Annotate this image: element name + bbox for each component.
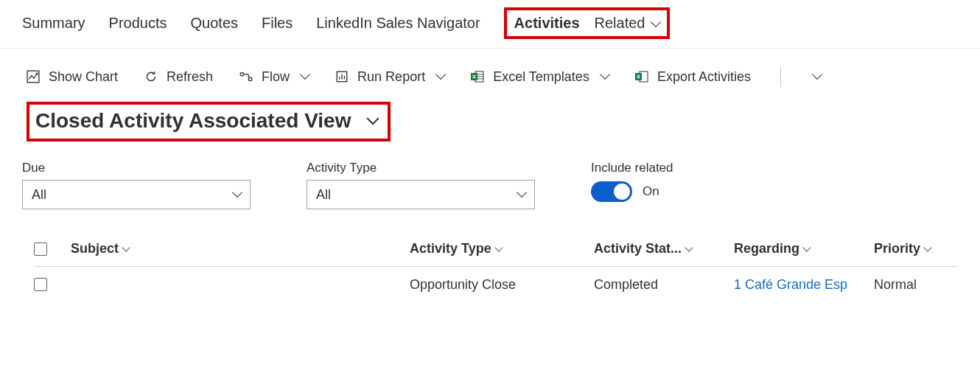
svg-point-1 xyxy=(240,72,244,76)
chevron-down-icon xyxy=(517,187,527,198)
tab-related[interactable]: Related xyxy=(595,15,660,32)
chevron-down-icon xyxy=(685,243,693,251)
chevron-down-icon xyxy=(232,187,242,198)
command-bar: Show Chart Refresh Flow xyxy=(0,49,980,94)
column-priority-label: Priority xyxy=(874,241,920,256)
tab-files[interactable]: Files xyxy=(262,15,293,32)
column-subject-label: Subject xyxy=(71,241,119,256)
due-value: All xyxy=(32,187,46,203)
activity-type-value: All xyxy=(316,187,331,203)
report-icon xyxy=(335,70,349,83)
excel-icon xyxy=(471,70,484,83)
run-report-button[interactable]: Run Report xyxy=(335,69,444,85)
command-divider xyxy=(780,66,781,87)
column-activity-status-label: Activity Stat... xyxy=(594,241,682,256)
svg-point-2 xyxy=(248,77,252,81)
select-all-checkbox[interactable] xyxy=(34,242,47,256)
tab-summary[interactable]: Summary xyxy=(22,15,85,32)
activities-grid: Subject Activity Type Activity Stat... R… xyxy=(0,217,980,302)
include-related-label: Include related xyxy=(591,161,673,175)
column-subject[interactable]: Subject xyxy=(71,241,410,256)
due-select[interactable]: All xyxy=(22,180,251,209)
show-chart-button[interactable]: Show Chart xyxy=(27,69,118,85)
chart-icon xyxy=(27,70,40,83)
cell-activity-status: Completed xyxy=(594,277,734,293)
column-regarding[interactable]: Regarding xyxy=(734,241,874,256)
highlighted-tabs-box: Activities Related xyxy=(504,7,670,39)
tab-activities[interactable]: Activities xyxy=(514,15,580,32)
chevron-down-icon xyxy=(600,69,610,80)
tab-related-label: Related xyxy=(595,15,645,31)
more-commands-button[interactable] xyxy=(811,73,821,80)
excel-templates-label: Excel Templates xyxy=(493,69,589,85)
chevron-down-icon xyxy=(651,17,661,27)
refresh-label: Refresh xyxy=(167,69,213,85)
table-row[interactable]: Opportunity Close Completed 1 Café Grand… xyxy=(34,267,958,302)
cell-activity-type: Opportunity Close xyxy=(410,277,594,293)
activity-type-label: Activity Type xyxy=(307,161,535,175)
activity-type-filter: Activity Type All xyxy=(307,161,535,209)
flow-label: Flow xyxy=(262,69,290,85)
refresh-icon xyxy=(144,70,158,83)
flow-icon xyxy=(239,70,253,83)
column-priority[interactable]: Priority xyxy=(874,241,948,256)
export-activities-button[interactable]: Export Activities xyxy=(635,69,751,85)
record-tabs: Summary Products Quotes Files LinkedIn S… xyxy=(0,0,980,49)
include-related-toggle[interactable] xyxy=(591,181,632,202)
chevron-down-icon xyxy=(802,243,811,251)
due-filter: Due All xyxy=(22,161,251,209)
tab-products[interactable]: Products xyxy=(109,15,167,32)
chevron-down-icon xyxy=(923,243,931,251)
filter-bar: Due All Activity Type All Include relate… xyxy=(0,146,980,217)
cell-regarding-link[interactable]: 1 Café Grande Esp xyxy=(734,277,874,293)
chevron-down-icon xyxy=(435,69,446,80)
row-checkbox[interactable] xyxy=(34,278,47,291)
due-label: Due xyxy=(22,161,251,175)
chevron-down-icon xyxy=(122,243,130,251)
activity-type-select[interactable]: All xyxy=(307,180,535,209)
view-selector[interactable]: Closed Activity Associated View xyxy=(27,102,391,142)
cell-priority: Normal xyxy=(874,277,948,293)
tab-quotes[interactable]: Quotes xyxy=(191,15,238,32)
chevron-down-icon xyxy=(812,69,822,80)
include-related-filter: Include related On xyxy=(591,161,673,202)
chevron-down-icon xyxy=(300,69,310,80)
include-related-state: On xyxy=(643,184,659,199)
tab-linkedin[interactable]: LinkedIn Sales Navigator xyxy=(316,15,480,32)
export-activities-label: Export Activities xyxy=(657,69,751,85)
column-regarding-label: Regarding xyxy=(734,241,799,256)
run-report-label: Run Report xyxy=(357,69,425,85)
refresh-button[interactable]: Refresh xyxy=(144,69,213,85)
flow-button[interactable]: Flow xyxy=(239,69,309,85)
column-activity-type[interactable]: Activity Type xyxy=(410,241,594,256)
grid-header: Subject Activity Type Activity Stat... R… xyxy=(34,231,958,267)
column-activity-type-label: Activity Type xyxy=(410,241,491,256)
chevron-down-icon xyxy=(494,243,503,251)
view-title: Closed Activity Associated View xyxy=(35,109,351,133)
column-activity-status[interactable]: Activity Stat... xyxy=(594,241,734,256)
view-selector-row: Closed Activity Associated View xyxy=(0,94,980,146)
svg-rect-0 xyxy=(27,71,39,83)
chevron-down-icon xyxy=(367,113,379,125)
excel-export-icon xyxy=(635,70,648,83)
excel-templates-button[interactable]: Excel Templates xyxy=(471,69,609,85)
show-chart-label: Show Chart xyxy=(49,69,118,85)
